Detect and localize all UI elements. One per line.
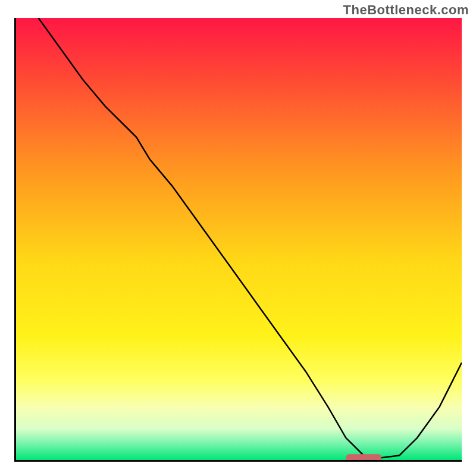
optimal-marker bbox=[346, 454, 381, 460]
chart-container: TheBottleneck.com bbox=[0, 0, 476, 476]
watermark-text: TheBottleneck.com bbox=[343, 2, 469, 18]
gradient-background bbox=[16, 18, 462, 460]
chart-svg bbox=[16, 18, 462, 460]
plot-area bbox=[14, 18, 462, 462]
